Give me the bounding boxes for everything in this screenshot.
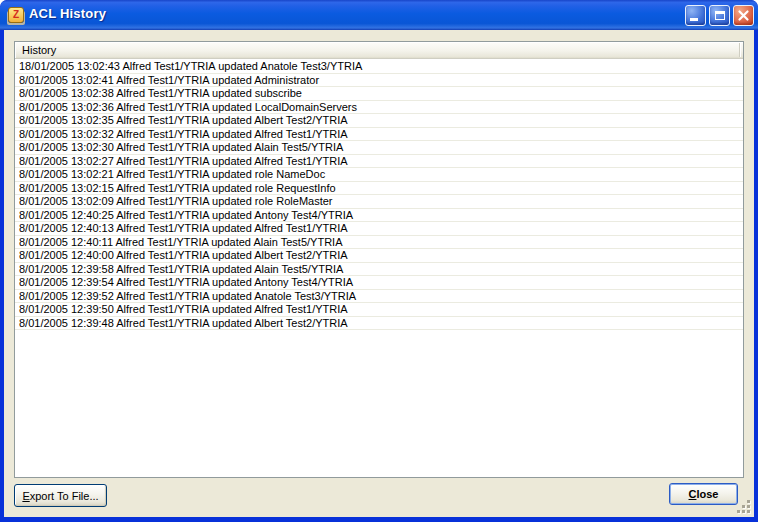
acl-history-window: Z ACL History History 18/01/2005 13:02:4 [0, 0, 758, 522]
history-row[interactable]: 18/01/2005 13:02:43 Alfred Test1/YTRIA u… [15, 60, 743, 74]
export-to-file-button[interactable]: Export To File... [14, 484, 107, 507]
history-row[interactable]: 8/01/2005 13:02:27 Alfred Test1/YTRIA up… [15, 155, 743, 169]
history-row[interactable]: 8/01/2005 12:39:52 Alfred Test1/YTRIA up… [15, 290, 743, 304]
history-row[interactable]: 8/01/2005 12:39:50 Alfred Test1/YTRIA up… [15, 303, 743, 317]
history-row[interactable]: 8/01/2005 13:02:38 Alfred Test1/YTRIA up… [15, 87, 743, 101]
close-button[interactable]: Close [669, 483, 738, 505]
window-controls [685, 5, 754, 26]
dialog-client-area: History 18/01/2005 13:02:43 Alfred Test1… [4, 30, 754, 517]
history-list-body: 18/01/2005 13:02:43 Alfred Test1/YTRIA u… [15, 60, 743, 477]
history-column-header[interactable]: History [15, 42, 743, 59]
export-to-file-label: Export To File... [15, 490, 106, 502]
history-row[interactable]: 8/01/2005 13:02:32 Alfred Test1/YTRIA up… [15, 128, 743, 142]
maximize-icon [715, 11, 725, 20]
history-row[interactable]: 8/01/2005 12:40:13 Alfred Test1/YTRIA up… [15, 222, 743, 236]
history-row[interactable]: 8/01/2005 12:39:58 Alfred Test1/YTRIA up… [15, 263, 743, 277]
title-bar[interactable]: Z ACL History [0, 0, 758, 30]
history-row[interactable]: 8/01/2005 13:02:41 Alfred Test1/YTRIA up… [15, 74, 743, 88]
close-window-button[interactable] [733, 5, 754, 26]
history-row[interactable]: 8/01/2005 13:02:15 Alfred Test1/YTRIA up… [15, 182, 743, 196]
history-listview: History 18/01/2005 13:02:43 Alfred Test1… [14, 41, 744, 478]
resize-grip[interactable] [737, 500, 751, 514]
maximize-button[interactable] [709, 5, 730, 26]
close-icon [737, 9, 750, 22]
history-row[interactable]: 8/01/2005 12:40:25 Alfred Test1/YTRIA up… [15, 209, 743, 223]
history-row[interactable]: 8/01/2005 13:02:30 Alfred Test1/YTRIA up… [15, 141, 743, 155]
close-label: Close [670, 488, 737, 500]
history-row[interactable]: 8/01/2005 12:40:11 Alfred Test1/YTRIA up… [15, 236, 743, 250]
history-row[interactable]: 8/01/2005 12:39:48 Alfred Test1/YTRIA up… [15, 317, 743, 331]
history-column-label: History [15, 44, 56, 56]
history-row[interactable]: 8/01/2005 12:39:54 Alfred Test1/YTRIA up… [15, 276, 743, 290]
window-title: ACL History [29, 6, 106, 21]
history-row[interactable]: 8/01/2005 13:02:09 Alfred Test1/YTRIA up… [15, 195, 743, 209]
minimize-icon [690, 18, 698, 21]
history-row[interactable]: 8/01/2005 12:40:00 Alfred Test1/YTRIA up… [15, 249, 743, 263]
minimize-button[interactable] [685, 5, 706, 26]
history-row[interactable]: 8/01/2005 13:02:35 Alfred Test1/YTRIA up… [15, 114, 743, 128]
history-row[interactable]: 8/01/2005 13:02:36 Alfred Test1/YTRIA up… [15, 101, 743, 115]
history-row[interactable]: 8/01/2005 13:02:21 Alfred Test1/YTRIA up… [15, 168, 743, 182]
ytria-app-icon: Z [8, 7, 24, 23]
